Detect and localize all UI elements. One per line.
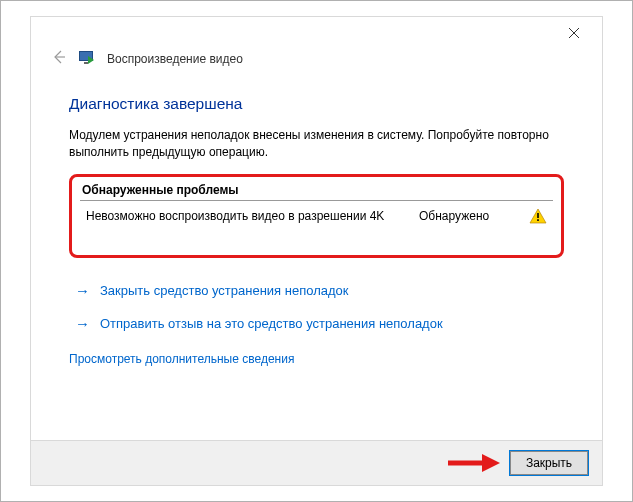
problems-header: Обнаруженные проблемы	[80, 180, 553, 201]
header-row: Воспроизведение видео	[31, 49, 602, 77]
arrow-right-icon: →	[75, 315, 90, 332]
back-button[interactable]	[49, 49, 69, 69]
arrow-right-icon: →	[75, 282, 90, 299]
window-close-button[interactable]	[554, 19, 594, 47]
problem-row[interactable]: Невозможно воспроизводить видео в разреш…	[80, 205, 553, 227]
close-troubleshooter-label: Закрыть средство устранения неполадок	[100, 283, 348, 298]
problem-text: Невозможно воспроизводить видео в разреш…	[86, 209, 419, 223]
video-playback-icon	[79, 51, 97, 67]
titlebar	[31, 17, 602, 49]
close-troubleshooter-link[interactable]: → Закрыть средство устранения неполадок	[69, 274, 564, 307]
arrow-left-icon	[51, 49, 67, 65]
dialog-title: Воспроизведение видео	[107, 52, 243, 66]
send-feedback-label: Отправить отзыв на это средство устранен…	[100, 316, 443, 331]
svg-rect-5	[537, 219, 539, 221]
warning-icon	[529, 208, 547, 224]
annotation-arrow	[446, 452, 502, 474]
svg-rect-4	[537, 213, 539, 218]
diagnostic-complete-heading: Диагностика завершена	[69, 95, 564, 113]
view-details-link[interactable]: Просмотреть дополнительные сведения	[69, 340, 564, 370]
svg-marker-7	[482, 454, 500, 472]
diagnostic-description: Модулем устранения неполадок внесены изм…	[69, 127, 564, 162]
close-button[interactable]: Закрыть	[510, 451, 588, 475]
troubleshooter-dialog: Воспроизведение видео Диагностика заверш…	[30, 16, 603, 486]
dialog-footer: Закрыть	[31, 440, 602, 485]
close-icon	[569, 28, 579, 38]
content-area: Диагностика завершена Модулем устранения…	[31, 77, 602, 440]
problems-found-box: Обнаруженные проблемы Невозможно воспрои…	[69, 174, 564, 258]
problem-status: Обнаружено	[419, 209, 529, 223]
send-feedback-link[interactable]: → Отправить отзыв на это средство устран…	[69, 307, 564, 340]
